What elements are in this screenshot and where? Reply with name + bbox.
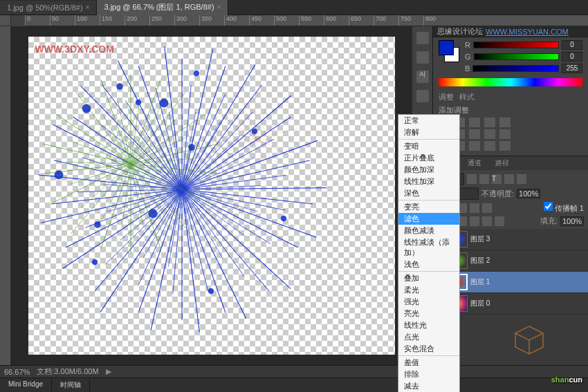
lookup-icon[interactable] [499,129,511,139]
blend-option[interactable]: 柔光 [398,284,459,296]
lock-pixels-icon[interactable] [470,216,479,226]
ruler-horizontal[interactable]: 0501001502002503003504004505005506006507… [25,15,588,26]
layer-name: 图层 2 [470,256,490,265]
blend-option[interactable]: 线性减淡（添加） [398,236,459,259]
canvas[interactable]: WWW.3DXY.COM [28,37,395,355]
lock-all-icon[interactable] [495,216,504,226]
logo-cube-icon [512,323,546,357]
forum-link[interactable]: WWW.MISSYUAN.COM [486,28,569,36]
tab-doc-2[interactable]: 3.jpg @ 66.7% (图层 1, RGB/8#)× [97,0,228,15]
blend-option[interactable]: 叠加 [398,272,459,284]
blend-option[interactable]: 线性加深 [398,176,459,187]
tab-doc-1[interactable]: 1.jpg @ 50%(RGB/8#)× [0,1,97,15]
lock-pos-icon[interactable] [482,216,492,226]
blend-option[interactable]: 溶解 [398,127,459,138]
character-icon[interactable]: A| [416,71,429,83]
doc-size: 文档:3.00M/6.00M [37,366,98,377]
tab-adjustments[interactable]: 调整 [439,92,454,102]
svg-point-24 [82,104,91,113]
forum-header: 思缘设计论坛 WWW.MISSYUAN.COM [433,26,588,37]
blend-option[interactable]: 亮光 [398,308,459,319]
blend-option[interactable]: 正片叠底 [398,152,459,164]
zoom-level[interactable]: 66.67% [4,368,30,376]
layer-name: 图层 1 [470,277,490,287]
g-value[interactable]: 0 [562,52,582,62]
r-label: R [465,41,470,49]
unify-vis-icon[interactable] [470,203,479,213]
status-bar: 66.67% 文档:3.00M/6.00M ▶ [0,365,588,377]
channel-mixer-icon[interactable] [484,129,495,139]
firework-red [186,69,324,207]
selective-color-icon[interactable] [499,141,511,151]
svg-point-30 [148,209,157,218]
filter-adjust-icon[interactable] [479,174,489,184]
g-slider[interactable] [474,53,559,60]
tab-channels[interactable]: 通道 [461,156,488,170]
watermark-logo: shancun [551,368,582,386]
blend-mode-dropdown: 正常 溶解 变暗 正片叠底 颜色加深 线性加深 深色 变亮 滤色 颜色减淡 线性… [398,114,460,392]
g-label: G [465,53,471,61]
blend-option-selected[interactable]: 滤色 [398,213,459,225]
actions-icon[interactable] [416,51,429,64]
foreground-color[interactable] [439,40,454,55]
gradient-map-icon[interactable] [484,141,495,151]
close-icon[interactable]: × [86,3,90,11]
fill-value[interactable]: 100% [560,216,584,226]
r-slider[interactable] [473,41,559,48]
blend-option[interactable]: 深色 [398,187,459,199]
document-tabs: 1.jpg @ 50%(RGB/8#)× 3.jpg @ 66.7% (图层 1… [0,0,588,15]
propagate-checkbox[interactable] [544,202,553,211]
svg-point-25 [116,83,123,90]
b-label: B [465,64,470,73]
tab-paths[interactable]: 路径 [488,156,516,170]
photo-filter-icon[interactable] [469,129,480,139]
threshold-icon[interactable] [469,141,480,151]
add-adjustment-label: 添加调整 [439,105,582,115]
blend-option[interactable]: 排除 [398,368,459,380]
layer-name: 图层 3 [470,234,490,244]
ruler-vertical[interactable] [0,26,11,365]
r-value[interactable]: 0 [562,40,582,50]
opacity-label: 不透明度: [481,189,514,199]
filter-shape-icon[interactable] [504,174,514,184]
tab-styles[interactable]: 样式 [459,92,475,102]
vibrance-icon[interactable] [499,118,511,127]
paragraph-icon[interactable] [416,90,429,102]
history-icon[interactable] [416,32,429,44]
blend-option[interactable]: 差值 [398,357,459,368]
blend-option[interactable]: 正常 [398,115,459,127]
blend-option[interactable]: 强光 [398,296,459,308]
svg-point-26 [159,99,168,108]
hue-strip[interactable] [439,78,582,86]
blend-option[interactable]: 颜色减淡 [398,225,459,236]
exposure-icon[interactable] [484,118,495,127]
opacity-value[interactable]: 100% [517,189,540,198]
svg-point-28 [54,171,63,180]
color-panel: R 0 G 0 B 255 [433,37,588,89]
b-slider[interactable] [472,65,559,72]
blend-option[interactable]: 变亮 [398,201,459,213]
close-icon[interactable]: × [217,3,221,11]
blend-option[interactable]: 变暗 [398,140,459,152]
curves-icon[interactable] [469,118,480,127]
blend-option[interactable]: 点光 [398,331,459,343]
fill-label: 填充: [540,216,558,226]
filter-smart-icon[interactable] [517,174,526,184]
blend-option[interactable]: 颜色加深 [398,164,459,176]
blend-option[interactable]: 线性光 [398,319,459,331]
b-value[interactable]: 255 [562,64,582,73]
layer-name: 图层 0 [470,299,490,308]
blend-option[interactable]: 减去 [398,380,459,392]
bottom-panel-tabs: Mini Bridge 时间轴 [0,377,588,392]
tab-timeline[interactable]: 时间轴 [52,378,90,392]
filter-type-icon[interactable]: T [492,174,502,184]
svg-point-23 [208,288,214,294]
blend-option[interactable]: 浅色 [398,259,459,270]
blend-option[interactable]: 实色混合 [398,343,459,355]
svg-point-21 [281,216,286,221]
propagate-label: 传播帧 1 [555,204,584,212]
filter-pixel-icon[interactable] [467,174,477,184]
tab-mini-bridge[interactable]: Mini Bridge [0,378,52,392]
unify-style-icon[interactable] [482,203,492,213]
svg-point-29 [94,221,101,228]
